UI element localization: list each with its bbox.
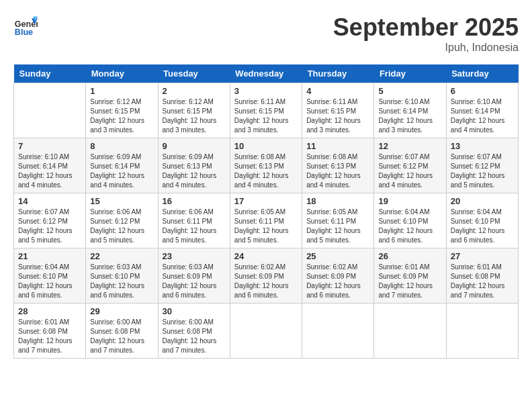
calendar-cell [14, 83, 86, 138]
calendar-table: SundayMondayTuesdayWednesdayThursdayFrid… [13, 64, 519, 359]
calendar-cell: 13Sunrise: 6:07 AM Sunset: 6:12 PM Dayli… [446, 138, 518, 193]
day-number: 23 [163, 251, 226, 261]
calendar-cell: 19Sunrise: 6:04 AM Sunset: 6:10 PM Dayli… [374, 193, 446, 248]
svg-text:Blue: Blue [15, 28, 33, 37]
calendar-cell: 17Sunrise: 6:05 AM Sunset: 6:11 PM Dayli… [230, 193, 302, 248]
calendar-cell [374, 304, 446, 359]
day-number: 18 [306, 196, 369, 206]
day-number: 22 [90, 251, 153, 261]
calendar-cell: 28Sunrise: 6:01 AM Sunset: 6:08 PM Dayli… [14, 304, 86, 359]
day-number: 4 [306, 86, 369, 96]
calendar-cell: 14Sunrise: 6:07 AM Sunset: 6:12 PM Dayli… [14, 193, 86, 248]
calendar-cell: 4Sunrise: 6:11 AM Sunset: 6:15 PM Daylig… [302, 83, 374, 138]
page-header: General Blue September 2025 Ipuh, Indone… [13, 13, 519, 54]
location: Ipuh, Indonesia [333, 42, 519, 54]
calendar-cell: 29Sunrise: 6:00 AM Sunset: 6:08 PM Dayli… [86, 304, 158, 359]
calendar-cell: 25Sunrise: 6:02 AM Sunset: 6:09 PM Dayli… [302, 248, 374, 304]
day-number: 6 [451, 86, 514, 96]
day-info: Sunrise: 6:10 AM Sunset: 6:14 PM Dayligh… [378, 97, 441, 135]
day-number: 15 [90, 196, 153, 206]
calendar-cell [230, 304, 302, 359]
day-info: Sunrise: 6:11 AM Sunset: 6:15 PM Dayligh… [306, 97, 369, 135]
calendar-cell: 2Sunrise: 6:12 AM Sunset: 6:15 PM Daylig… [158, 83, 230, 138]
day-number: 1 [90, 86, 153, 96]
calendar-cell: 23Sunrise: 6:03 AM Sunset: 6:09 PM Dayli… [158, 248, 230, 304]
calendar-week-row: 21Sunrise: 6:04 AM Sunset: 6:10 PM Dayli… [14, 248, 519, 304]
day-number: 21 [18, 251, 81, 261]
day-info: Sunrise: 6:04 AM Sunset: 6:10 PM Dayligh… [451, 208, 514, 245]
day-info: Sunrise: 6:06 AM Sunset: 6:12 PM Dayligh… [90, 208, 153, 245]
calendar-cell: 21Sunrise: 6:04 AM Sunset: 6:10 PM Dayli… [14, 248, 86, 304]
day-number: 25 [306, 251, 369, 261]
calendar-cell: 10Sunrise: 6:08 AM Sunset: 6:13 PM Dayli… [230, 138, 302, 193]
title-block: September 2025 Ipuh, Indonesia [333, 13, 519, 54]
calendar-week-row: 1Sunrise: 6:12 AM Sunset: 6:15 PM Daylig… [14, 83, 519, 138]
weekday-header-row: SundayMondayTuesdayWednesdayThursdayFrid… [14, 64, 519, 83]
day-number: 13 [451, 141, 514, 151]
day-number: 8 [90, 141, 153, 151]
calendar-cell: 9Sunrise: 6:09 AM Sunset: 6:13 PM Daylig… [158, 138, 230, 193]
calendar-cell: 26Sunrise: 6:01 AM Sunset: 6:09 PM Dayli… [374, 248, 446, 304]
logo-icon: General Blue [13, 13, 38, 38]
calendar-cell: 20Sunrise: 6:04 AM Sunset: 6:10 PM Dayli… [446, 193, 518, 248]
day-info: Sunrise: 6:07 AM Sunset: 6:12 PM Dayligh… [18, 208, 81, 245]
day-info: Sunrise: 6:00 AM Sunset: 6:08 PM Dayligh… [90, 318, 153, 355]
calendar-cell: 18Sunrise: 6:05 AM Sunset: 6:11 PM Dayli… [302, 193, 374, 248]
day-info: Sunrise: 6:09 AM Sunset: 6:14 PM Dayligh… [90, 152, 153, 190]
day-number: 3 [234, 86, 298, 96]
weekday-header: Wednesday [230, 64, 302, 83]
day-info: Sunrise: 6:10 AM Sunset: 6:14 PM Dayligh… [451, 97, 514, 135]
day-info: Sunrise: 6:08 AM Sunset: 6:13 PM Dayligh… [306, 152, 369, 190]
day-info: Sunrise: 6:09 AM Sunset: 6:13 PM Dayligh… [163, 152, 226, 190]
calendar-cell: 15Sunrise: 6:06 AM Sunset: 6:12 PM Dayli… [86, 193, 158, 248]
calendar-cell [302, 304, 374, 359]
day-info: Sunrise: 6:01 AM Sunset: 6:08 PM Dayligh… [451, 263, 514, 300]
day-info: Sunrise: 6:07 AM Sunset: 6:12 PM Dayligh… [451, 152, 514, 190]
day-number: 7 [18, 141, 81, 151]
day-info: Sunrise: 6:08 AM Sunset: 6:13 PM Dayligh… [234, 152, 298, 190]
weekday-header: Tuesday [158, 64, 230, 83]
day-number: 27 [451, 251, 514, 261]
day-info: Sunrise: 6:07 AM Sunset: 6:12 PM Dayligh… [378, 152, 441, 190]
day-number: 28 [18, 306, 81, 316]
day-info: Sunrise: 6:01 AM Sunset: 6:09 PM Dayligh… [378, 263, 441, 300]
calendar-cell: 8Sunrise: 6:09 AM Sunset: 6:14 PM Daylig… [86, 138, 158, 193]
calendar-cell: 16Sunrise: 6:06 AM Sunset: 6:11 PM Dayli… [158, 193, 230, 248]
day-number: 14 [18, 196, 81, 206]
calendar-week-row: 7Sunrise: 6:10 AM Sunset: 6:14 PM Daylig… [14, 138, 519, 193]
calendar-cell: 27Sunrise: 6:01 AM Sunset: 6:08 PM Dayli… [446, 248, 518, 304]
day-info: Sunrise: 6:02 AM Sunset: 6:09 PM Dayligh… [234, 263, 298, 300]
day-info: Sunrise: 6:04 AM Sunset: 6:10 PM Dayligh… [378, 208, 441, 245]
day-number: 26 [378, 251, 441, 261]
calendar-cell: 1Sunrise: 6:12 AM Sunset: 6:15 PM Daylig… [86, 83, 158, 138]
month-title: September 2025 [333, 13, 519, 42]
day-number: 12 [378, 141, 441, 151]
calendar-cell: 11Sunrise: 6:08 AM Sunset: 6:13 PM Dayli… [302, 138, 374, 193]
day-info: Sunrise: 6:05 AM Sunset: 6:11 PM Dayligh… [234, 208, 298, 245]
calendar-week-row: 28Sunrise: 6:01 AM Sunset: 6:08 PM Dayli… [14, 304, 519, 359]
day-info: Sunrise: 6:02 AM Sunset: 6:09 PM Dayligh… [306, 263, 369, 300]
day-number: 17 [234, 196, 298, 206]
day-info: Sunrise: 6:06 AM Sunset: 6:11 PM Dayligh… [163, 208, 226, 245]
calendar-week-row: 14Sunrise: 6:07 AM Sunset: 6:12 PM Dayli… [14, 193, 519, 248]
day-info: Sunrise: 6:10 AM Sunset: 6:14 PM Dayligh… [18, 152, 81, 190]
day-info: Sunrise: 6:01 AM Sunset: 6:08 PM Dayligh… [18, 318, 81, 355]
day-number: 29 [90, 306, 153, 316]
calendar-cell: 24Sunrise: 6:02 AM Sunset: 6:09 PM Dayli… [230, 248, 302, 304]
weekday-header: Thursday [302, 64, 374, 83]
calendar-cell: 12Sunrise: 6:07 AM Sunset: 6:12 PM Dayli… [374, 138, 446, 193]
day-number: 16 [163, 196, 226, 206]
day-info: Sunrise: 6:04 AM Sunset: 6:10 PM Dayligh… [18, 263, 81, 300]
weekday-header: Saturday [446, 64, 518, 83]
day-info: Sunrise: 6:03 AM Sunset: 6:09 PM Dayligh… [163, 263, 226, 300]
weekday-header: Sunday [14, 64, 86, 83]
day-number: 24 [234, 251, 298, 261]
day-number: 9 [163, 141, 226, 151]
day-number: 5 [378, 86, 441, 96]
day-info: Sunrise: 6:03 AM Sunset: 6:10 PM Dayligh… [90, 263, 153, 300]
logo: General Blue [13, 13, 40, 38]
calendar-cell: 6Sunrise: 6:10 AM Sunset: 6:14 PM Daylig… [446, 83, 518, 138]
calendar-cell: 30Sunrise: 6:00 AM Sunset: 6:08 PM Dayli… [158, 304, 230, 359]
day-number: 2 [163, 86, 226, 96]
day-info: Sunrise: 6:00 AM Sunset: 6:08 PM Dayligh… [163, 318, 226, 355]
